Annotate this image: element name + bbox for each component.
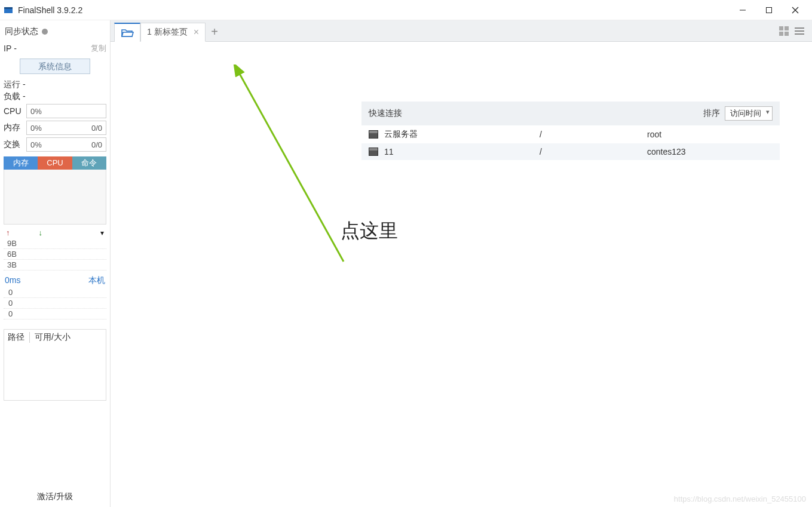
folder-open-icon <box>121 27 134 38</box>
net-arrows-row: ↑ ↓ ▾ <box>4 225 106 238</box>
svg-rect-11 <box>795 30 804 32</box>
grid-view-icon[interactable] <box>779 26 789 38</box>
disk-box: 路径 可用/大小 <box>4 329 106 401</box>
system-info-button[interactable]: 系统信息 <box>20 59 90 74</box>
svg-rect-1 <box>4 7 13 9</box>
sync-status-row: 同步状态 <box>4 24 106 42</box>
mini-chart <box>4 170 106 225</box>
window-controls <box>730 1 808 19</box>
download-arrow-icon: ↓ <box>39 228 43 237</box>
net-line-1: 9B <box>4 238 106 249</box>
dropdown-icon[interactable]: ▾ <box>100 229 104 237</box>
sidebar: 同步状态 IP - 复制 系统信息 运行 - 负载 - CPU 0% 内存 0%… <box>0 20 111 507</box>
quick-connect-title: 快速连接 <box>369 108 402 119</box>
titlebar: FinalShell 3.9.2.2 <box>0 0 812 20</box>
swap-label: 交换 <box>4 139 26 150</box>
tab-new[interactable]: 1 新标签页 × <box>140 23 206 42</box>
path-header: 路径 <box>8 332 24 343</box>
net-line-2: 6B <box>4 249 106 260</box>
swap-ratio: 0/0 <box>91 140 102 149</box>
sync-status-dot <box>42 29 48 35</box>
svg-rect-3 <box>767 7 772 13</box>
cpu-label: CPU <box>4 106 26 116</box>
swap-row: 交换 0%0/0 <box>4 137 106 152</box>
menu-icon[interactable] <box>794 26 805 38</box>
ping-local[interactable]: 本机 <box>88 275 105 286</box>
ip-label: IP <box>4 44 11 53</box>
conn-path: / <box>540 147 647 156</box>
main-panel: 快速连接 排序 访问时间 云服务器 / root 11 / contes123 <box>111 42 812 507</box>
svg-rect-8 <box>779 32 783 36</box>
conn-name: 11 <box>384 147 540 156</box>
cpu-row: CPU 0% <box>4 104 106 118</box>
svg-rect-12 <box>795 33 804 35</box>
tab-cpu[interactable]: CPU <box>38 156 72 170</box>
terminal-icon <box>369 148 378 156</box>
activate-link[interactable]: 激活/升级 <box>4 487 106 507</box>
conn-path: / <box>540 130 647 139</box>
tab-bar: 1 新标签页 × + <box>111 20 812 42</box>
mem-value: 0% <box>30 124 42 133</box>
conn-user: root <box>647 130 773 139</box>
close-button[interactable] <box>782 1 808 19</box>
app-title: FinalShell 3.9.2.2 <box>18 5 82 15</box>
tab-command[interactable]: 命令 <box>72 156 106 170</box>
app-icon <box>4 5 13 15</box>
run-row: 运行 - <box>4 79 106 91</box>
ip-value: - <box>14 44 17 53</box>
ping-row: 0ms 本机 <box>4 271 106 287</box>
minimize-button[interactable] <box>730 1 756 19</box>
add-tab-button[interactable]: + <box>206 23 223 41</box>
tab-memory[interactable]: 内存 <box>4 156 38 170</box>
net-line-3: 3B <box>4 260 106 271</box>
mem-ratio: 0/0 <box>91 124 102 133</box>
tab-label: 1 新标签页 <box>147 27 188 38</box>
ping-z1: 0 <box>4 287 106 298</box>
ping-z2: 0 <box>4 298 106 309</box>
mem-row: 内存 0%0/0 <box>4 121 106 135</box>
ping-ms: 0ms <box>5 275 20 286</box>
maximize-button[interactable] <box>756 1 782 19</box>
terminal-icon <box>369 130 378 139</box>
annotation-arrow <box>224 64 379 279</box>
tab-close-icon[interactable]: × <box>194 27 199 38</box>
ping-z3: 0 <box>4 309 106 319</box>
conn-name: 云服务器 <box>384 129 540 140</box>
load-row: 负载 - <box>4 91 106 103</box>
conn-user: contes123 <box>647 147 773 156</box>
sort-dropdown[interactable]: 访问时间 <box>725 106 773 121</box>
ip-row: IP - 复制 <box>4 42 106 57</box>
upload-arrow-icon: ↑ <box>6 228 10 237</box>
copy-button[interactable]: 复制 <box>91 43 106 54</box>
avail-header: 可用/大小 <box>35 332 71 343</box>
connection-row[interactable]: 11 / contes123 <box>361 143 780 160</box>
svg-rect-9 <box>785 32 789 36</box>
connection-row[interactable]: 云服务器 / root <box>361 125 780 143</box>
connection-manager-button[interactable] <box>114 23 140 42</box>
svg-line-13 <box>238 72 344 262</box>
swap-value: 0% <box>30 140 42 149</box>
quick-connect-header: 快速连接 排序 访问时间 <box>361 102 780 125</box>
annotation-text: 点这里 <box>341 218 398 244</box>
cpu-value: 0% <box>30 107 42 116</box>
mini-tabs: 内存 CPU 命令 <box>4 156 106 170</box>
content-area: 1 新标签页 × + 快速连接 排序 访问时间 <box>111 20 812 507</box>
svg-rect-10 <box>795 27 804 29</box>
svg-rect-6 <box>779 26 783 30</box>
sync-label: 同步状态 <box>5 26 38 37</box>
quick-connect-panel: 快速连接 排序 访问时间 云服务器 / root 11 / contes123 <box>361 102 780 160</box>
mem-label: 内存 <box>4 122 26 133</box>
sort-label: 排序 <box>703 108 720 119</box>
watermark: https://blog.csdn.net/weixin_52455100 <box>674 494 806 503</box>
svg-rect-7 <box>785 26 789 30</box>
